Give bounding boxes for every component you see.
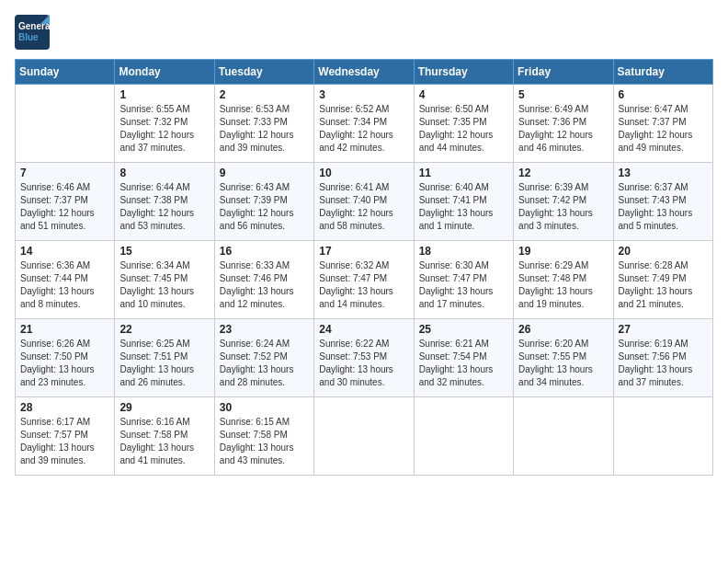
day-info: Sunrise: 6:50 AM Sunset: 7:35 PM Dayligh… (419, 103, 508, 155)
logo-icon: General Blue (15, 15, 50, 50)
calendar-cell: 28Sunrise: 6:17 AM Sunset: 7:57 PM Dayli… (16, 397, 115, 476)
calendar-cell: 16Sunrise: 6:33 AM Sunset: 7:46 PM Dayli… (214, 241, 313, 319)
day-info: Sunrise: 6:39 AM Sunset: 7:42 PM Dayligh… (518, 181, 608, 233)
day-info: Sunrise: 6:17 AM Sunset: 7:57 PM Dayligh… (20, 416, 109, 467)
calendar-cell: 8Sunrise: 6:44 AM Sunset: 7:38 PM Daylig… (115, 163, 214, 241)
calendar-cell: 27Sunrise: 6:19 AM Sunset: 7:56 PM Dayli… (613, 319, 712, 397)
weekday-header: Thursday (414, 60, 513, 85)
day-number: 8 (119, 167, 209, 179)
day-info: Sunrise: 6:19 AM Sunset: 7:56 PM Dayligh… (619, 338, 708, 389)
calendar-cell: 10Sunrise: 6:41 AM Sunset: 7:40 PM Dayli… (314, 163, 414, 241)
day-info: Sunrise: 6:47 AM Sunset: 7:37 PM Dayligh… (619, 103, 708, 155)
day-info: Sunrise: 6:22 AM Sunset: 7:53 PM Dayligh… (319, 338, 408, 389)
calendar-cell: 20Sunrise: 6:28 AM Sunset: 7:49 PM Dayli… (613, 241, 712, 319)
weekday-header: Tuesday (214, 60, 313, 85)
calendar-cell: 11Sunrise: 6:40 AM Sunset: 7:41 PM Dayli… (414, 163, 513, 241)
calendar-cell: 1Sunrise: 6:55 AM Sunset: 7:32 PM Daylig… (115, 85, 214, 163)
calendar-week-row: 21Sunrise: 6:26 AM Sunset: 7:50 PM Dayli… (16, 319, 713, 397)
calendar-cell: 9Sunrise: 6:43 AM Sunset: 7:39 PM Daylig… (214, 163, 313, 241)
weekday-header: Friday (514, 60, 613, 85)
day-number: 12 (518, 167, 608, 179)
day-info: Sunrise: 6:52 AM Sunset: 7:34 PM Dayligh… (319, 103, 408, 155)
day-info: Sunrise: 6:53 AM Sunset: 7:33 PM Dayligh… (220, 103, 309, 155)
svg-text:Blue: Blue (18, 32, 39, 42)
calendar-week-row: 28Sunrise: 6:17 AM Sunset: 7:57 PM Dayli… (16, 397, 713, 476)
day-number: 30 (220, 401, 309, 414)
calendar-cell: 13Sunrise: 6:37 AM Sunset: 7:43 PM Dayli… (613, 163, 712, 241)
day-number: 11 (419, 167, 508, 179)
weekday-header: Monday (115, 60, 214, 85)
calendar-cell: 26Sunrise: 6:20 AM Sunset: 7:55 PM Dayli… (514, 319, 613, 397)
day-number: 18 (419, 245, 508, 258)
day-info: Sunrise: 6:41 AM Sunset: 7:40 PM Dayligh… (319, 181, 408, 233)
calendar-cell: 24Sunrise: 6:22 AM Sunset: 7:53 PM Dayli… (314, 319, 414, 397)
calendar-week-row: 14Sunrise: 6:36 AM Sunset: 7:44 PM Dayli… (16, 241, 713, 319)
calendar-cell: 14Sunrise: 6:36 AM Sunset: 7:44 PM Dayli… (16, 241, 115, 319)
calendar-cell: 19Sunrise: 6:29 AM Sunset: 7:48 PM Dayli… (514, 241, 613, 319)
day-number: 28 (20, 401, 109, 414)
day-number: 7 (20, 167, 109, 179)
day-info: Sunrise: 6:16 AM Sunset: 7:58 PM Dayligh… (119, 416, 209, 467)
calendar-cell: 25Sunrise: 6:21 AM Sunset: 7:54 PM Dayli… (414, 319, 513, 397)
weekday-header: Wednesday (314, 60, 414, 85)
calendar-table: SundayMondayTuesdayWednesdayThursdayFrid… (15, 59, 713, 476)
day-info: Sunrise: 6:49 AM Sunset: 7:36 PM Dayligh… (518, 103, 608, 155)
day-number: 25 (419, 323, 508, 336)
day-info: Sunrise: 6:44 AM Sunset: 7:38 PM Dayligh… (119, 181, 209, 233)
day-number: 13 (619, 167, 708, 179)
day-info: Sunrise: 6:29 AM Sunset: 7:48 PM Dayligh… (518, 259, 608, 311)
calendar-cell: 21Sunrise: 6:26 AM Sunset: 7:50 PM Dayli… (16, 319, 115, 397)
calendar-cell (514, 397, 613, 476)
calendar-cell: 30Sunrise: 6:15 AM Sunset: 7:58 PM Dayli… (214, 397, 313, 476)
day-number: 2 (220, 88, 309, 101)
day-info: Sunrise: 6:36 AM Sunset: 7:44 PM Dayligh… (20, 259, 109, 311)
day-number: 10 (319, 167, 408, 179)
day-info: Sunrise: 6:55 AM Sunset: 7:32 PM Dayligh… (119, 103, 209, 155)
weekday-header: Saturday (613, 60, 712, 85)
logo: General Blue (15, 15, 50, 50)
page-header: General Blue (15, 15, 713, 50)
day-number: 29 (119, 401, 209, 414)
day-number: 17 (319, 245, 408, 258)
day-info: Sunrise: 6:33 AM Sunset: 7:46 PM Dayligh… (220, 259, 309, 311)
weekday-header: Sunday (16, 60, 115, 85)
day-number: 20 (619, 245, 708, 258)
calendar-week-row: 1Sunrise: 6:55 AM Sunset: 7:32 PM Daylig… (16, 85, 713, 163)
calendar-cell: 22Sunrise: 6:25 AM Sunset: 7:51 PM Dayli… (115, 319, 214, 397)
calendar-header: SundayMondayTuesdayWednesdayThursdayFrid… (16, 60, 713, 85)
calendar-cell: 7Sunrise: 6:46 AM Sunset: 7:37 PM Daylig… (16, 163, 115, 241)
day-info: Sunrise: 6:30 AM Sunset: 7:47 PM Dayligh… (419, 259, 508, 311)
calendar-cell (613, 397, 712, 476)
day-info: Sunrise: 6:32 AM Sunset: 7:47 PM Dayligh… (319, 259, 408, 311)
day-number: 21 (20, 323, 109, 336)
day-info: Sunrise: 6:43 AM Sunset: 7:39 PM Dayligh… (220, 181, 309, 233)
day-number: 15 (119, 245, 209, 258)
day-info: Sunrise: 6:26 AM Sunset: 7:50 PM Dayligh… (20, 338, 109, 389)
calendar-cell: 15Sunrise: 6:34 AM Sunset: 7:45 PM Dayli… (115, 241, 214, 319)
day-number: 4 (419, 88, 508, 101)
calendar-cell: 29Sunrise: 6:16 AM Sunset: 7:58 PM Dayli… (115, 397, 214, 476)
calendar-cell (16, 85, 115, 163)
day-number: 3 (319, 88, 408, 101)
day-info: Sunrise: 6:20 AM Sunset: 7:55 PM Dayligh… (518, 338, 608, 389)
day-number: 24 (319, 323, 408, 336)
day-info: Sunrise: 6:40 AM Sunset: 7:41 PM Dayligh… (419, 181, 508, 233)
day-number: 5 (518, 88, 608, 101)
day-number: 6 (619, 88, 708, 101)
calendar-cell (414, 397, 513, 476)
day-info: Sunrise: 6:24 AM Sunset: 7:52 PM Dayligh… (220, 338, 309, 389)
day-number: 23 (220, 323, 309, 336)
day-number: 16 (220, 245, 309, 258)
day-info: Sunrise: 6:25 AM Sunset: 7:51 PM Dayligh… (119, 338, 209, 389)
day-number: 19 (518, 245, 608, 258)
calendar-cell: 3Sunrise: 6:52 AM Sunset: 7:34 PM Daylig… (314, 85, 414, 163)
calendar-week-row: 7Sunrise: 6:46 AM Sunset: 7:37 PM Daylig… (16, 163, 713, 241)
day-info: Sunrise: 6:46 AM Sunset: 7:37 PM Dayligh… (20, 181, 109, 233)
day-number: 14 (20, 245, 109, 258)
day-number: 1 (119, 88, 209, 101)
calendar-cell (314, 397, 414, 476)
calendar-cell: 12Sunrise: 6:39 AM Sunset: 7:42 PM Dayli… (514, 163, 613, 241)
day-info: Sunrise: 6:28 AM Sunset: 7:49 PM Dayligh… (619, 259, 708, 311)
calendar-cell: 4Sunrise: 6:50 AM Sunset: 7:35 PM Daylig… (414, 85, 513, 163)
calendar-cell: 6Sunrise: 6:47 AM Sunset: 7:37 PM Daylig… (613, 85, 712, 163)
